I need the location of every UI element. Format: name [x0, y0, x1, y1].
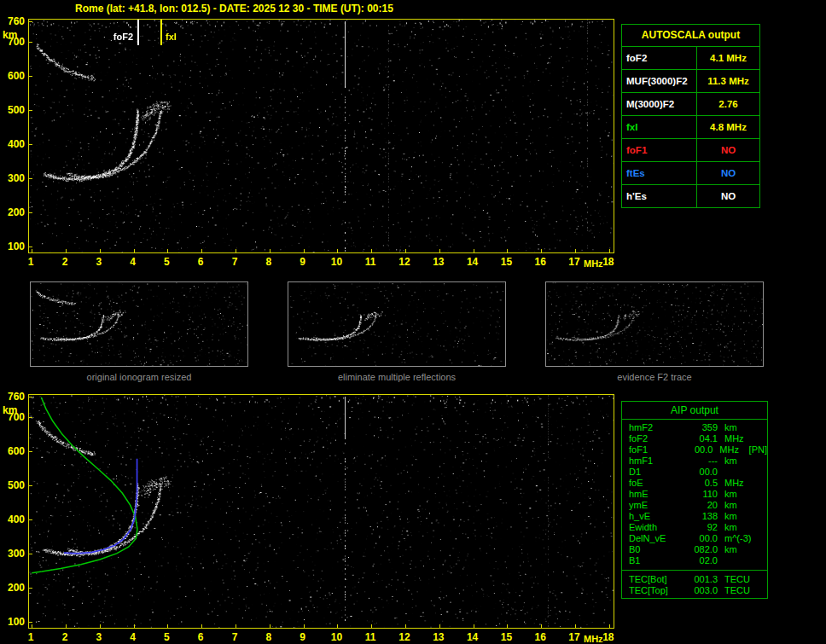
y-tick-label: 600 — [2, 445, 25, 457]
autoscala-row: foF1NO — [622, 139, 759, 162]
aip-separator-line — [622, 570, 767, 571]
aip-parameter-unit: MHz — [718, 478, 752, 489]
aip-row: foF204.1MHz — [622, 433, 767, 444]
y-tick-label: 760 — [2, 391, 25, 403]
parameter-value: 4.8 MHz — [697, 116, 759, 138]
aip-parameter-name: hmF1 — [622, 455, 685, 467]
autoscala-window: Rome (lat: +41.8, lon: 012.5) - DATE: 20… — [0, 0, 826, 644]
x-tick-label: 3 — [89, 256, 109, 268]
parameter-value: NO — [697, 185, 759, 207]
y-tick-label: 200 — [2, 206, 25, 218]
aip-parameter-unit: TECU — [718, 574, 752, 585]
aip-parameter-note — [752, 544, 755, 555]
y-tick-label: 200 — [2, 582, 25, 594]
aip-parameter-unit: m^(-3) — [718, 533, 752, 544]
aip-parameter-list: hmF2359kmfoF204.1MHzfoF100.0MHz[PN]hmF1-… — [622, 420, 767, 568]
aip-parameter-name: foE — [622, 478, 685, 489]
parameter-value: NO — [697, 162, 759, 184]
aip-parameter-name: B0 — [622, 544, 685, 555]
aip-parameter-name: foF2 — [622, 433, 685, 444]
aip-parameter-value: 082.0 — [685, 544, 718, 555]
x-tick-label: 16 — [530, 631, 550, 643]
aip-parameter-value: 110 — [685, 489, 718, 500]
x-tick-label: 7 — [224, 631, 245, 643]
aip-parameter-note — [752, 522, 755, 533]
x-tick-label: 14 — [462, 631, 483, 643]
x-tick-label: 2 — [55, 631, 75, 643]
y-tick-label: 100 — [2, 616, 25, 628]
y-tick-label: 400 — [2, 513, 25, 525]
aip-parameter-name: D1 — [622, 467, 685, 478]
aip-parameter-note — [752, 455, 755, 467]
scaled-ionogram-canvas — [29, 20, 614, 252]
parameter-value: 4.1 MHz — [697, 47, 759, 69]
scaled-ionogram-plot — [28, 19, 614, 253]
thumbnail-original-canvas — [31, 282, 247, 366]
aip-parameter-name: B1 — [622, 555, 685, 566]
x-tick-label: 6 — [190, 631, 211, 643]
y-tick-label: 500 — [2, 479, 25, 491]
aip-parameter-value: 20 — [685, 500, 718, 511]
aip-row: ymE20km — [622, 500, 767, 511]
thumbnail-caption: eliminate multiple reflections — [288, 372, 506, 382]
aip-parameter-note — [752, 533, 755, 544]
x-tick-label: 18 — [598, 256, 619, 268]
aip-row: B102.0 — [622, 555, 767, 566]
aip-row: TEC[Bot]001.3TECU — [622, 574, 767, 585]
aip-parameter-note — [752, 478, 755, 489]
thumbnail-caption: original ionogram resized — [30, 372, 248, 382]
thumbnail-no-multiples-canvas — [288, 282, 505, 366]
aip-row: B0082.0km — [622, 544, 767, 555]
autoscala-row: h'EsNO — [622, 185, 759, 207]
aip-row: TEC[Top]003.0TECU — [622, 585, 767, 596]
autoscala-table-body: foF24.1 MHzMUF(3000)F211.3 MHzM(3000)F22… — [622, 47, 759, 207]
aip-parameter-name: TEC[Top] — [622, 585, 685, 596]
aip-parameter-value: 92 — [685, 522, 718, 533]
y-tick-label: 700 — [2, 411, 25, 423]
parameter-value: 2.76 — [697, 93, 759, 115]
aip-tec-list: TEC[Bot]001.3TECUTEC[Top]003.0TECU — [622, 571, 767, 598]
y-tick-label: 700 — [2, 36, 25, 48]
aip-parameter-name: h_vE — [622, 511, 685, 522]
thumbnail-original-ionogram — [30, 281, 248, 367]
thumbnail-f2-evidence — [545, 281, 764, 367]
parameter-name: h'Es — [622, 185, 697, 207]
x-tick-label: 4 — [123, 256, 143, 268]
aip-row: DelN_vE00.0m^(-3) — [622, 533, 767, 544]
autoscala-output-table: AUTOSCALA output foF24.1 MHzMUF(3000)F21… — [621, 24, 760, 208]
x-tick-label: 9 — [293, 256, 313, 268]
aip-parameter-unit: km — [718, 511, 752, 522]
aip-row: Ewidth92km — [622, 522, 767, 533]
aip-row: D100.0 — [622, 467, 767, 478]
x-tick-label: 10 — [326, 256, 346, 268]
station-date-header: Rome (lat: +41.8, lon: 012.5) - DATE: 20… — [75, 3, 393, 15]
aip-row: foE0.5MHz — [622, 478, 767, 489]
aip-panel-title: AIP output — [622, 402, 767, 420]
aip-parameter-unit: km — [718, 455, 752, 467]
aip-parameter-note — [752, 433, 755, 444]
aip-parameter-note — [752, 500, 755, 511]
x-tick-label: 10 — [326, 631, 346, 643]
aip-parameter-name: foF1 — [622, 444, 682, 455]
aip-row: hmE110km — [622, 489, 767, 500]
aip-parameter-name: Ewidth — [622, 522, 685, 533]
x-tick-label: 14 — [462, 256, 483, 268]
aip-parameter-note: [PN] — [746, 444, 767, 455]
x-tick-label: 13 — [428, 631, 449, 643]
aip-parameter-value: 138 — [685, 511, 718, 522]
aip-parameter-note — [752, 422, 755, 433]
y-tick-label: 760 — [2, 15, 25, 27]
autoscala-row: fxI4.8 MHz — [622, 116, 759, 139]
aip-parameter-value: 0.5 — [685, 478, 718, 489]
aip-parameter-note — [752, 511, 755, 522]
aip-parameter-value: 00.0 — [685, 467, 718, 478]
x-tick-label: 11 — [360, 631, 381, 643]
x-tick-label: 11 — [360, 256, 381, 268]
y-tick-label: 300 — [2, 172, 25, 184]
x-tick-label: 18 — [598, 631, 619, 643]
y-tick-label: 600 — [2, 70, 25, 82]
x-tick-label: 7 — [224, 256, 245, 268]
x-tick-label: 8 — [259, 631, 279, 643]
aip-parameter-unit — [718, 467, 752, 478]
aip-parameter-unit — [718, 555, 752, 566]
